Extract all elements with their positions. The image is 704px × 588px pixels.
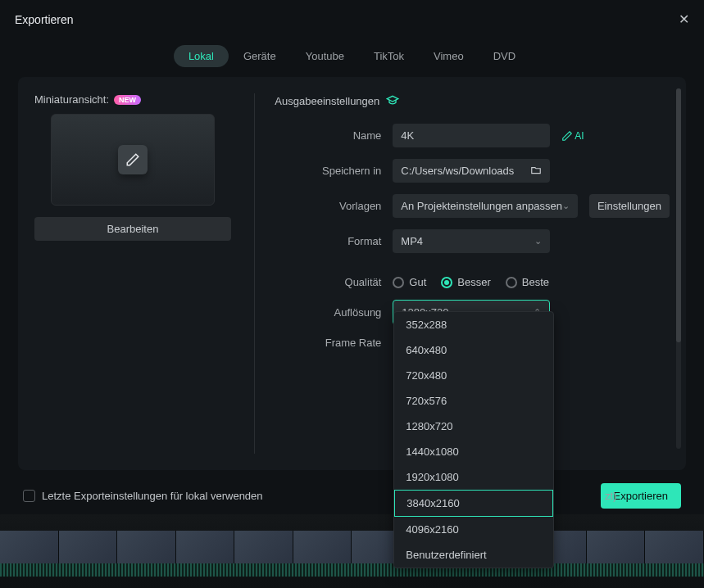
ai-icon[interactable]: AI: [561, 130, 584, 142]
edit-thumbnail-button[interactable]: Bearbeiten: [34, 217, 231, 241]
resolution-option[interactable]: 4096x2160: [394, 517, 553, 542]
resolution-dropdown: 352x288 640x480 720x480 720x576 1280x720…: [393, 311, 554, 568]
format-label: Format: [275, 235, 381, 247]
tab-geraete[interactable]: Geräte: [229, 45, 291, 67]
output-settings-title: Ausgabeeinstellungen: [275, 95, 379, 107]
resolution-option[interactable]: 1280x720: [394, 414, 553, 439]
close-icon[interactable]: ✕: [679, 11, 689, 27]
name-label: Name: [275, 129, 381, 142]
main-panel: Miniaturansicht: NEW Bearbeiten Ausgabee…: [18, 77, 686, 470]
pencil-icon: [118, 145, 148, 174]
settings-button[interactable]: Einstellungen: [589, 194, 670, 218]
thumbnail-preview[interactable]: [51, 114, 215, 206]
resolution-option[interactable]: 720x576: [394, 388, 553, 414]
name-input[interactable]: [393, 124, 550, 147]
resolution-option[interactable]: 1920x1080: [394, 464, 553, 490]
export-tabs: Lokal Geräte Youtube TikTok Vimeo DVD: [0, 38, 704, 77]
quality-besser-radio[interactable]: Besser: [441, 276, 490, 288]
framerate-label: Frame Rate: [275, 337, 381, 349]
scrollbar[interactable]: [676, 88, 681, 449]
graduation-cap-icon[interactable]: [386, 93, 399, 109]
resolution-label: Auflösung: [275, 306, 381, 319]
tab-vimeo[interactable]: Vimeo: [419, 45, 479, 67]
dialog-title: Exportieren: [15, 13, 74, 26]
tab-tiktok[interactable]: TikTok: [359, 45, 419, 67]
save-path-input[interactable]: [393, 159, 550, 183]
tab-dvd[interactable]: DVD: [479, 45, 530, 67]
folder-icon[interactable]: [530, 164, 542, 178]
last-settings-label: Letzte Exporteinstellungen für lokal ver…: [42, 490, 263, 502]
format-select[interactable]: MP4 ⌄: [393, 229, 550, 253]
new-badge: NEW: [114, 95, 141, 105]
resolution-option[interactable]: 640x480: [394, 337, 553, 363]
timeline-background: [0, 514, 704, 588]
tab-lokal[interactable]: Lokal: [174, 45, 229, 67]
quality-label: Qualität: [275, 276, 381, 288]
duration-suffix: zt): [605, 490, 616, 502]
chevron-down-icon: ⌄: [534, 236, 542, 247]
resolution-option[interactable]: 1440x1080: [394, 439, 553, 464]
resolution-option[interactable]: 352x288: [394, 312, 553, 337]
thumbnail-label: Miniaturansicht:: [34, 93, 109, 106]
last-settings-checkbox[interactable]: [23, 490, 35, 502]
resolution-option[interactable]: Benutzerdefiniert: [394, 542, 553, 568]
template-select[interactable]: An Projekteinstellungen anpassen ⌄: [393, 194, 578, 218]
resolution-option[interactable]: 720x480: [394, 363, 553, 388]
save-label: Speichern in: [275, 165, 381, 177]
scrollbar-thumb[interactable]: [676, 88, 681, 342]
resolution-option-highlighted[interactable]: 3840x2160: [394, 490, 553, 517]
tab-youtube[interactable]: Youtube: [291, 45, 359, 67]
chevron-down-icon: ⌄: [562, 201, 570, 211]
quality-beste-radio[interactable]: Beste: [506, 276, 549, 288]
quality-gut-radio[interactable]: Gut: [393, 276, 426, 288]
template-label: Vorlagen: [275, 200, 381, 212]
